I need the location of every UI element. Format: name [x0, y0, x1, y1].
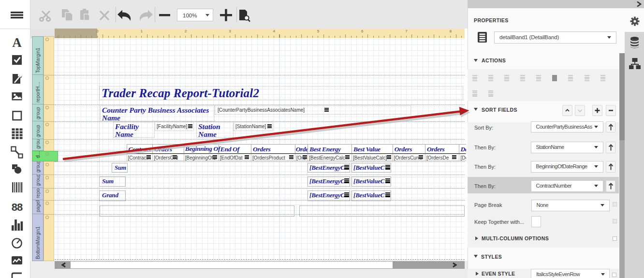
- svg-text:88: 88: [12, 201, 23, 213]
- svg-text:A: A: [12, 35, 22, 50]
